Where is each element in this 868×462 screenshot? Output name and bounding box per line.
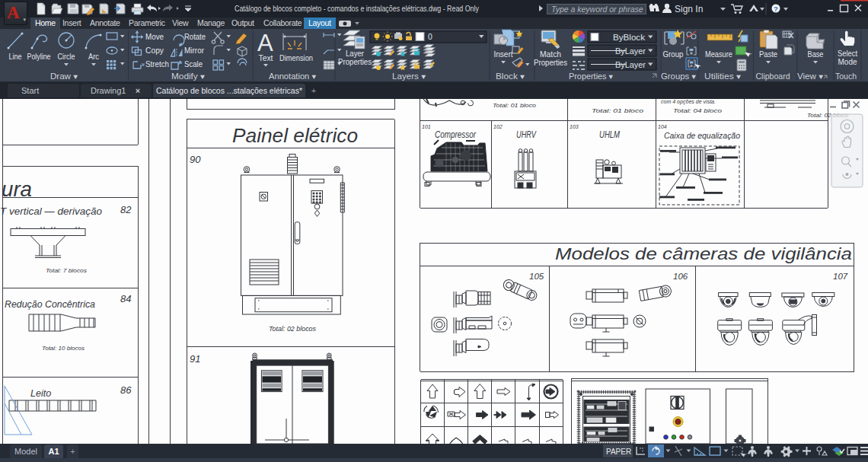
svg-text:Stretch: Stretch bbox=[145, 59, 169, 69]
svg-text:101: 101 bbox=[422, 124, 431, 129]
svg-text:Draw ▾: Draw ▾ bbox=[50, 72, 78, 81]
svg-text:91: 91 bbox=[190, 353, 200, 365]
svg-text:Polyline: Polyline bbox=[27, 52, 51, 61]
svg-text:Mirror: Mirror bbox=[184, 46, 204, 55]
svg-text:Scale: Scale bbox=[184, 59, 203, 69]
svg-text:Base: Base bbox=[808, 49, 824, 59]
svg-text:107: 107 bbox=[833, 272, 848, 281]
svg-text:Utilities ▾: Utilities ▾ bbox=[704, 72, 742, 81]
svg-text:Paste: Paste bbox=[759, 49, 777, 59]
svg-text:Modify ▾: Modify ▾ bbox=[171, 72, 206, 81]
svg-text:PAPER: PAPER bbox=[606, 448, 631, 456]
svg-text:Text: Text bbox=[259, 53, 273, 62]
svg-text:90: 90 bbox=[190, 154, 201, 165]
svg-text:Sign In: Sign In bbox=[675, 4, 703, 14]
svg-text:Arc: Arc bbox=[88, 52, 99, 61]
svg-text:Measure: Measure bbox=[705, 49, 732, 59]
svg-text:A: A bbox=[257, 30, 273, 56]
svg-text:Total: 10 blocos: Total: 10 blocos bbox=[42, 346, 85, 351]
svg-text:Groups ▾: Groups ▾ bbox=[661, 72, 697, 81]
svg-text:Annotation ▾: Annotation ▾ bbox=[269, 72, 317, 81]
svg-text:Redução Concêntrica: Redução Concêntrica bbox=[5, 299, 95, 310]
svg-text:ByBlock: ByBlock bbox=[613, 33, 646, 42]
svg-text:Modelos de câmeras de vigi: Modelos de câmeras de vigilância bbox=[555, 244, 852, 263]
svg-text:0: 0 bbox=[428, 32, 432, 41]
svg-text:Group: Group bbox=[663, 49, 684, 59]
svg-text:Clipboard: Clipboard bbox=[756, 72, 790, 81]
svg-text:Insert: Insert bbox=[494, 49, 513, 59]
svg-text:Painel elétrico: Painel elétrico bbox=[232, 125, 358, 146]
svg-text:84: 84 bbox=[120, 293, 131, 304]
svg-text:UHLM: UHLM bbox=[599, 129, 620, 140]
svg-text:Total: 7 blocos: Total: 7 blocos bbox=[46, 268, 88, 273]
svg-text:Block ▾: Block ▾ bbox=[496, 72, 525, 81]
svg-text:Properties: Properties bbox=[534, 58, 567, 67]
svg-text:Touch: Touch bbox=[835, 72, 857, 81]
svg-text:T vertical — derivação: T vertical — derivação bbox=[0, 206, 102, 217]
svg-text:104: 104 bbox=[658, 124, 667, 129]
svg-text:UHRV: UHRV bbox=[516, 129, 537, 140]
svg-text:Compressor: Compressor bbox=[435, 129, 477, 140]
svg-text:105: 105 bbox=[529, 272, 544, 281]
svg-text:Caixa de equalização: Caixa de equalização bbox=[664, 131, 741, 140]
svg-text:Move: Move bbox=[145, 32, 164, 41]
svg-text:ByLayer: ByLayer bbox=[615, 60, 646, 69]
svg-text:Total: 02 blocos: Total: 02 blocos bbox=[269, 324, 316, 333]
svg-text:Copy: Copy bbox=[145, 46, 164, 55]
svg-text:86: 86 bbox=[120, 384, 132, 396]
svg-text:?: ? bbox=[774, 5, 778, 13]
svg-text:Line: Line bbox=[9, 52, 22, 61]
svg-text:Properties ▾: Properties ▾ bbox=[569, 72, 614, 81]
svg-text:Total: 04 bloco: Total: 04 bloco bbox=[673, 107, 723, 114]
svg-text:Layers ▾: Layers ▾ bbox=[392, 72, 426, 81]
svg-text:Properties: Properties bbox=[338, 57, 372, 66]
svg-text:Circle: Circle bbox=[58, 52, 75, 61]
svg-text:Total: 01 bloco: Total: 01 bloco bbox=[592, 107, 644, 114]
svg-text:ByLayer: ByLayer bbox=[615, 46, 646, 56]
svg-text:Dimension: Dimension bbox=[279, 53, 313, 62]
svg-text:103: 103 bbox=[570, 124, 579, 129]
svg-text:Leito: Leito bbox=[30, 388, 51, 399]
svg-text:106: 106 bbox=[673, 272, 688, 281]
svg-text:Rotate: Rotate bbox=[184, 32, 206, 41]
svg-text:Total: 01 bloco: Total: 01 bloco bbox=[493, 102, 537, 109]
svg-text:82: 82 bbox=[120, 204, 132, 215]
svg-text:102: 102 bbox=[493, 124, 503, 129]
svg-text:View ▾: View ▾ bbox=[797, 72, 824, 81]
svg-text:Mode: Mode bbox=[838, 57, 857, 66]
svg-text:com 4 opções de vista.: com 4 opções de vista. bbox=[661, 99, 716, 105]
svg-text:ura: ura bbox=[2, 177, 32, 201]
